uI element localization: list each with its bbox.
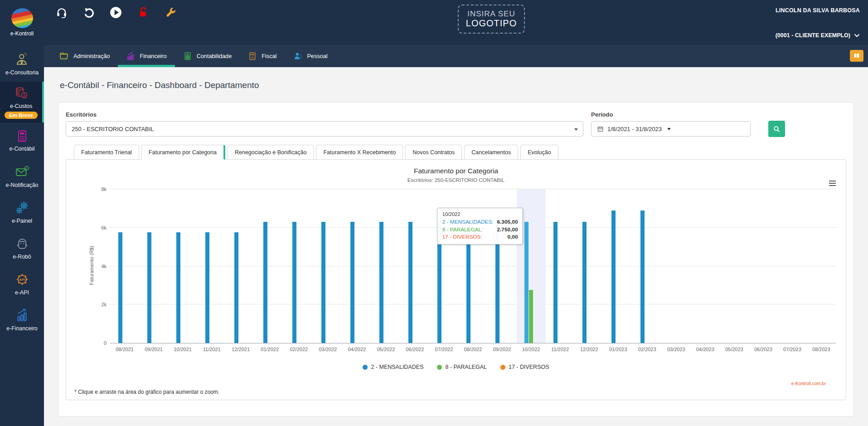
sidebar-item-e-custos[interactable]: $ e-Custos Em Breve: [0, 82, 44, 122]
bar-group[interactable]: [546, 189, 575, 343]
legend-dot-icon: [437, 365, 442, 370]
bar-group[interactable]: [342, 189, 371, 343]
main-content: e-Contábil - Financeiro - Dashboard - De…: [44, 67, 868, 426]
bar[interactable]: [408, 222, 412, 343]
undo-icon[interactable]: [82, 6, 95, 19]
x-tick-label: 09/2022: [488, 347, 517, 352]
bar-group[interactable]: [575, 189, 604, 343]
chart-menu-icon[interactable]: [829, 181, 836, 187]
bar[interactable]: [611, 211, 616, 343]
svg-text:%: %: [252, 56, 254, 59]
bar-group[interactable]: [400, 189, 429, 343]
ekontroll-globe-icon: [11, 8, 33, 28]
search-button[interactable]: [768, 121, 785, 137]
tab-faturamento-x-recebimento[interactable]: Faturamento X Recebimento: [316, 145, 403, 160]
chart-plot[interactable]: Faturamento (R$) 10/2022 2 - MENSALIDADE…: [110, 189, 836, 343]
sidebar-item-e-api[interactable]: API e-API: [0, 266, 44, 302]
bar[interactable]: [529, 290, 533, 343]
bar-group[interactable]: [197, 189, 226, 343]
legend-item[interactable]: 17 - DIVERSOS: [500, 364, 549, 370]
bar-group[interactable]: [226, 189, 255, 343]
tab-novos-contratos[interactable]: Novos Contratos: [405, 145, 462, 160]
nav-item-financeiro[interactable]: Financeiro: [126, 45, 166, 67]
unlock-icon[interactable]: [137, 6, 149, 19]
bar[interactable]: [524, 222, 529, 343]
client-selector-label: (0001 - CLIENTE EXEMPLO): [776, 32, 850, 39]
sidebar-item-label: e-Painel: [12, 218, 32, 224]
bar-group[interactable]: [633, 189, 662, 343]
topbar: INSIRA SEU LOGOTIPO LINCOLN DA SILVA BAR…: [0, 0, 868, 45]
nav-item-contabilidade[interactable]: Contabilidade: [183, 45, 232, 67]
nav-item-label: Contabilidade: [197, 53, 232, 59]
nav-item-pessoal[interactable]: Pessoal: [293, 45, 327, 67]
tab-cancelamentos[interactable]: Cancelamentos: [464, 145, 518, 160]
bar[interactable]: [582, 222, 587, 343]
caret-down-icon: [667, 128, 671, 130]
bar[interactable]: [640, 211, 645, 343]
bar[interactable]: [292, 222, 296, 343]
sidebar-logo[interactable]: e-Kontroll: [0, 0, 44, 45]
legend-dot-icon: [363, 365, 368, 370]
bar-group[interactable]: [168, 189, 197, 343]
sidebar-item-e-robo[interactable]: e-Robô: [0, 230, 44, 266]
nav-item-fiscal[interactable]: XML % Fiscal: [248, 45, 276, 67]
client-selector[interactable]: (0001 - CLIENTE EXEMPLO): [776, 32, 860, 39]
legend-item[interactable]: 8 - PARALEGAL: [437, 364, 486, 370]
svg-text:$: $: [23, 93, 25, 98]
ledger-document-icon: [183, 51, 192, 61]
headset-icon[interactable]: [55, 6, 68, 19]
tab-faturamento-trienal[interactable]: Faturamento Trienal: [74, 145, 139, 160]
tooltip-row: 17 - DIVERSOS:0,00: [442, 233, 518, 241]
x-tick-label: 02/2023: [633, 347, 662, 352]
bar-group[interactable]: [749, 189, 778, 343]
x-tick-label: 03/2022: [313, 347, 342, 352]
x-tick-label: 04/2023: [691, 347, 720, 352]
play-icon[interactable]: [110, 6, 122, 19]
bar[interactable]: [234, 232, 238, 343]
office-select[interactable]: 250 - ESCRITORIO CONTABIL: [66, 121, 583, 137]
bar-group[interactable]: [139, 189, 168, 343]
sidebar-item-e-financeiro[interactable]: e-Financeiro: [0, 302, 44, 338]
bar[interactable]: [147, 232, 151, 343]
client-logo-placeholder[interactable]: INSIRA SEU LOGOTIPO: [458, 5, 525, 34]
bar-group[interactable]: [371, 189, 400, 343]
sidebar-item-e-consultoria[interactable]: e-Consultoria: [0, 46, 44, 82]
sidebar-item-e-notificacao[interactable]: e-Notificação: [0, 158, 44, 194]
bar-group[interactable]: [720, 189, 749, 343]
tab-faturamento-por-categoria[interactable]: Faturamento por Categoria: [141, 145, 225, 160]
bar[interactable]: [553, 222, 558, 343]
x-tick-label: 05/2022: [371, 347, 400, 352]
bar[interactable]: [205, 232, 209, 343]
x-tick-label: 11/2022: [546, 347, 575, 352]
bar-group[interactable]: [807, 189, 836, 343]
nav-item-administracao[interactable]: Administração: [59, 45, 110, 67]
bar-group[interactable]: [662, 189, 691, 343]
bar[interactable]: [379, 222, 383, 343]
nav-item-label: Administração: [73, 53, 110, 59]
bar-group[interactable]: [255, 189, 284, 343]
bar[interactable]: [350, 222, 354, 343]
chart-legend: 2 - MENSALIDADES8 - PARALEGAL17 - DIVERS…: [66, 364, 846, 370]
bar[interactable]: [118, 232, 122, 343]
manual-button[interactable]: [850, 50, 863, 62]
bar-group[interactable]: [110, 189, 139, 343]
tab-evolucao[interactable]: Evolução: [520, 145, 558, 160]
bar[interactable]: [176, 232, 180, 343]
wrench-icon[interactable]: [164, 6, 176, 19]
bar-group[interactable]: [604, 189, 633, 343]
legend-item[interactable]: 2 - MENSALIDADES: [363, 364, 423, 370]
sidebar-item-e-contabil[interactable]: e-Contábil: [0, 122, 44, 158]
office-select-value: 250 - ESCRITORIO CONTABIL: [72, 126, 154, 132]
tab-renegociacao-e-bonificacao[interactable]: Renegociação e Bonificação: [228, 145, 314, 160]
bar-group[interactable]: [778, 189, 807, 343]
logo-placeholder-line1: INSIRA SEU: [467, 10, 515, 18]
period-input[interactable]: 1/8/2021 - 31/8/2023: [591, 121, 751, 137]
bar-group[interactable]: [691, 189, 720, 343]
bar-group[interactable]: [284, 189, 313, 343]
bar[interactable]: [263, 222, 267, 343]
sidebar-item-e-painel[interactable]: e-Painel: [0, 194, 44, 230]
dashboard-card: Escritórios 250 - ESCRITORIO CONTABIL Pe…: [58, 102, 854, 416]
bar-group[interactable]: [313, 189, 342, 343]
bar[interactable]: [321, 222, 325, 343]
logo-placeholder-line2: LOGOTIPO: [466, 18, 517, 28]
